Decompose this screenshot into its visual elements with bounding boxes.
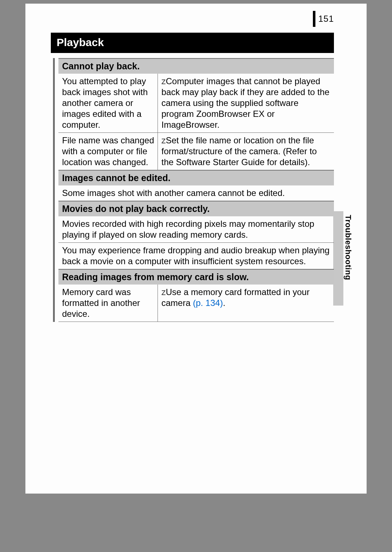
fix-cell: zUse a memory card formatted in your cam…	[158, 285, 334, 322]
subheading-cannot-play-back: Cannot play back.	[58, 58, 334, 74]
subheading-movies: Movies do not play back correctly.	[58, 201, 334, 216]
table-row: Movies recorded with high recording pixe…	[58, 216, 334, 243]
table-row: You attempted to play back images shot w…	[58, 74, 334, 133]
page-ref-link[interactable]: (p. 134)	[193, 298, 223, 308]
table-row: Memory card was formatted in another dev…	[58, 285, 334, 322]
cause-cell: Memory card was formatted in another dev…	[58, 285, 158, 322]
fix-text: Set the file name or location on the fil…	[162, 135, 317, 167]
subheading-reading-slow: Reading images from memory card is slow.	[58, 269, 334, 285]
body-cell: Some images shot with another camera can…	[58, 185, 334, 201]
fix-text: Computer images that cannot be played ba…	[162, 76, 330, 130]
bullet-icon: z	[162, 76, 166, 86]
side-tab-bg	[333, 211, 343, 306]
bullet-icon: z	[162, 287, 166, 297]
fix-text-pre: Use a memory card formatted in your came…	[162, 287, 310, 308]
subheading-images-cannot-edit: Images cannot be edited.	[58, 170, 334, 185]
section-title: Playback	[51, 33, 334, 53]
body-cell: Movies recorded with high recording pixe…	[58, 216, 334, 243]
troubleshooting-table: Cannot play back. You attempted to play …	[58, 58, 334, 322]
content-area: Cannot play back. You attempted to play …	[53, 58, 334, 322]
cause-cell: You attempted to play back images shot w…	[58, 74, 158, 133]
page-number-wrap: 151	[313, 14, 334, 27]
cause-cell: File name was changed with a computer or…	[58, 133, 158, 171]
fix-cell: zSet the file name or location on the fi…	[158, 133, 334, 171]
fix-cell: zComputer images that cannot be played b…	[158, 74, 334, 133]
fix-text-post: .	[223, 298, 225, 308]
body-cell: You may experience frame dropping and au…	[58, 243, 334, 270]
table-row: Some images shot with another camera can…	[58, 185, 334, 201]
page-number: 151	[318, 14, 334, 24]
table-row: File name was changed with a computer or…	[58, 133, 334, 171]
table-row: You may experience frame dropping and au…	[58, 243, 334, 270]
side-tab-label: Troubleshooting	[343, 215, 353, 280]
bullet-icon: z	[162, 135, 166, 145]
manual-page: 151 Playback Troubleshooting Cannot play…	[25, 4, 367, 494]
page-number-bar	[313, 11, 315, 27]
